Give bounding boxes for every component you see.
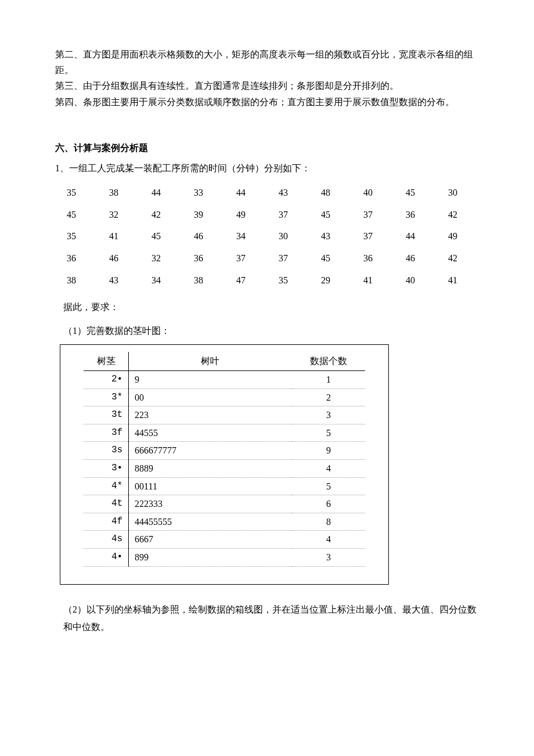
stem-leaf-row: 4•8993 bbox=[84, 549, 365, 567]
data-cell: 48 bbox=[309, 182, 352, 204]
count-cell: 9 bbox=[292, 442, 365, 460]
stem-cell: 3* bbox=[84, 388, 129, 406]
data-cell: 49 bbox=[436, 225, 479, 247]
stem-cell: 3• bbox=[84, 460, 129, 478]
data-cell: 46 bbox=[182, 225, 225, 247]
data-cell: 43 bbox=[98, 269, 140, 291]
data-cell: 29 bbox=[309, 269, 352, 291]
stem-cell: 4• bbox=[84, 549, 129, 567]
stem-cell: 4* bbox=[84, 477, 129, 495]
stem-leaf-row: 4f444555558 bbox=[84, 513, 365, 531]
stem-header-stem: 树茎 bbox=[84, 352, 129, 370]
count-cell: 8 bbox=[292, 513, 365, 531]
stem-leaf-frame: 树茎 树叶 数据个数 2•913*0023t22333f4455553s6666… bbox=[60, 344, 389, 584]
data-cell: 38 bbox=[182, 269, 225, 291]
count-cell: 3 bbox=[292, 549, 365, 567]
data-cell: 46 bbox=[98, 247, 140, 269]
leaf-cell: 223 bbox=[129, 406, 292, 424]
data-cell: 37 bbox=[267, 204, 309, 226]
data-cell: 45 bbox=[309, 247, 352, 269]
stem-cell: 2• bbox=[84, 371, 129, 389]
stem-header-leaf: 树叶 bbox=[129, 352, 292, 370]
stem-cell: 3f bbox=[84, 424, 129, 442]
data-cell: 44 bbox=[394, 225, 436, 247]
intro-para-3: 第四、条形图主要用于展示分类数据或顺序数据的分布；直方图主要用于展示数值型数据的… bbox=[55, 94, 479, 110]
leaf-cell: 44555 bbox=[129, 424, 292, 442]
count-cell: 2 bbox=[292, 388, 365, 406]
data-cell: 45 bbox=[55, 204, 98, 226]
question-1-stem: 1、一组工人完成某一装配工序所需的时间（分钟）分别如下： bbox=[55, 160, 479, 176]
stem-cell: 3s bbox=[84, 442, 129, 460]
leaf-cell: 222333 bbox=[129, 495, 292, 513]
data-cell: 44 bbox=[140, 182, 182, 204]
data-cell: 45 bbox=[309, 204, 352, 226]
data-cell: 46 bbox=[394, 247, 436, 269]
leaf-cell: 8889 bbox=[129, 460, 292, 478]
stem-leaf-row: 3f445555 bbox=[84, 424, 365, 442]
data-row: 36463236373745364642 bbox=[55, 247, 479, 269]
data-cell: 30 bbox=[267, 225, 309, 247]
data-cell: 40 bbox=[394, 269, 436, 291]
stem-cell: 3t bbox=[84, 406, 129, 424]
stem-leaf-table: 树茎 树叶 数据个数 2•913*0023t22333f4455553s6666… bbox=[84, 352, 365, 566]
stem-cell: 4t bbox=[84, 495, 129, 513]
leaf-cell: 6667 bbox=[129, 531, 292, 549]
data-cell: 34 bbox=[140, 269, 182, 291]
sub-question-2: （2）以下列的坐标轴为参照，绘制数据的箱线图，并在适当位置上标注出最小值、最大值… bbox=[63, 601, 479, 636]
data-cell: 43 bbox=[309, 225, 352, 247]
stem-leaf-row: 3*002 bbox=[84, 388, 365, 406]
intro-para-2: 第三、由于分组数据具有连续性。直方图通常是连续排列；条形图却是分开排列的。 bbox=[55, 78, 479, 93]
data-cell: 39 bbox=[182, 204, 225, 226]
stem-leaf-row: 4*001115 bbox=[84, 477, 365, 495]
stem-cell: 4f bbox=[84, 513, 129, 531]
data-cell: 47 bbox=[225, 269, 267, 291]
data-cell: 37 bbox=[267, 247, 309, 269]
data-cell: 40 bbox=[352, 182, 394, 204]
data-cell: 36 bbox=[182, 247, 225, 269]
data-cell: 34 bbox=[225, 225, 267, 247]
data-cell: 41 bbox=[352, 269, 394, 291]
data-cell: 42 bbox=[436, 247, 479, 269]
data-cell: 37 bbox=[352, 225, 394, 247]
count-cell: 1 bbox=[292, 371, 365, 389]
data-cell: 36 bbox=[352, 247, 394, 269]
data-cell: 41 bbox=[98, 225, 140, 247]
leaf-cell: 44455555 bbox=[129, 513, 292, 531]
stem-leaf-row: 3s6666777779 bbox=[84, 442, 365, 460]
data-cell: 30 bbox=[436, 182, 479, 204]
data-row: 35414546343043374449 bbox=[55, 225, 479, 247]
data-cell: 37 bbox=[352, 204, 394, 226]
data-cell: 38 bbox=[55, 269, 98, 291]
section-title: 六、计算与案例分析题 bbox=[55, 140, 479, 156]
data-grid: 3538443344434840453045324239493745373642… bbox=[55, 182, 479, 291]
data-cell: 42 bbox=[436, 204, 479, 226]
data-cell: 44 bbox=[225, 182, 267, 204]
data-cell: 36 bbox=[55, 247, 98, 269]
count-cell: 4 bbox=[292, 531, 365, 549]
data-cell: 45 bbox=[394, 182, 436, 204]
data-cell: 37 bbox=[225, 247, 267, 269]
data-cell: 33 bbox=[182, 182, 225, 204]
data-cell: 35 bbox=[267, 269, 309, 291]
data-cell: 32 bbox=[98, 204, 140, 226]
leaf-cell: 9 bbox=[129, 371, 292, 389]
data-cell: 42 bbox=[140, 204, 182, 226]
data-cell: 43 bbox=[267, 182, 309, 204]
stem-leaf-row: 4s66674 bbox=[84, 531, 365, 549]
stem-leaf-row: 4t2223336 bbox=[84, 495, 365, 513]
data-cell: 49 bbox=[225, 204, 267, 226]
leaf-cell: 666677777 bbox=[129, 442, 292, 460]
data-cell: 35 bbox=[55, 225, 98, 247]
data-row: 45324239493745373642 bbox=[55, 204, 479, 226]
data-cell: 41 bbox=[436, 269, 479, 291]
count-cell: 5 bbox=[292, 477, 365, 495]
data-cell: 32 bbox=[140, 247, 182, 269]
leaf-cell: 00111 bbox=[129, 477, 292, 495]
prompt-line: 据此，要求： bbox=[63, 299, 479, 315]
data-cell: 36 bbox=[394, 204, 436, 226]
stem-leaf-row: 2•91 bbox=[84, 371, 365, 389]
data-row: 35384433444348404530 bbox=[55, 182, 479, 204]
stem-cell: 4s bbox=[84, 531, 129, 549]
leaf-cell: 899 bbox=[129, 549, 292, 567]
intro-para-1: 第二、直方图是用面积表示格频数的大小，矩形的高度表示每一组的频数或百分比，宽度表… bbox=[55, 46, 479, 78]
